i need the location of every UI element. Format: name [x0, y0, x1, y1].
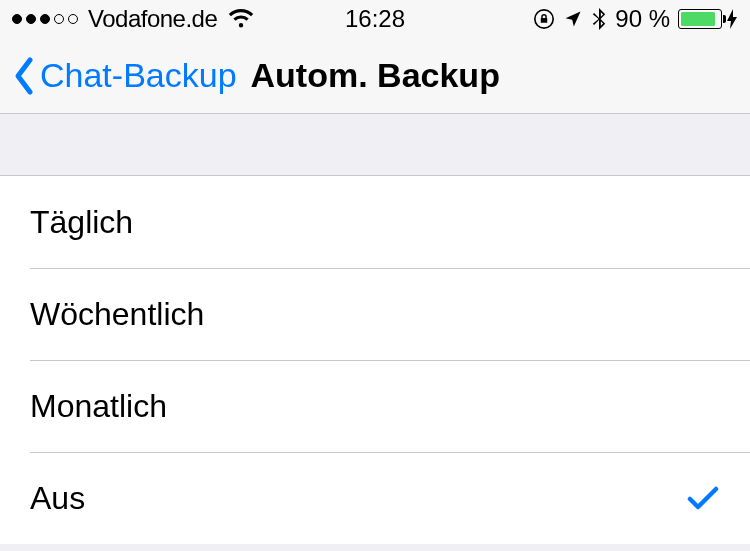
option-label: Wöchentlich — [30, 296, 204, 333]
checkmark-icon — [686, 483, 720, 513]
battery-percent: 90 % — [615, 5, 670, 33]
orientation-lock-icon — [533, 8, 555, 30]
clock: 16:28 — [345, 5, 405, 33]
location-icon — [563, 9, 583, 29]
page-title: Autom. Backup — [251, 56, 500, 95]
option-label: Aus — [30, 480, 85, 517]
option-off[interactable]: Aus — [0, 452, 750, 544]
battery-fill — [681, 12, 715, 26]
battery-icon — [678, 8, 738, 30]
nav-bar: Chat-Backup Autom. Backup — [0, 38, 750, 114]
back-button[interactable]: Chat-Backup — [12, 56, 237, 96]
option-monthly[interactable]: Monatlich — [0, 360, 750, 452]
status-left: Vodafone.de — [12, 5, 255, 33]
wifi-icon — [227, 8, 255, 30]
back-label: Chat-Backup — [40, 56, 237, 95]
charging-icon — [726, 8, 738, 30]
option-label: Monatlich — [30, 388, 167, 425]
status-right: 90 % — [533, 5, 738, 33]
options-list: Täglich Wöchentlich Monatlich Aus — [0, 176, 750, 544]
carrier-label: Vodafone.de — [88, 5, 217, 33]
option-weekly[interactable]: Wöchentlich — [0, 268, 750, 360]
signal-strength-icon — [12, 14, 78, 24]
chevron-left-icon — [12, 56, 36, 96]
option-daily[interactable]: Täglich — [0, 176, 750, 268]
option-label: Täglich — [30, 204, 133, 241]
status-bar: Vodafone.de 16:28 90 % — [0, 0, 750, 38]
bluetooth-icon — [591, 7, 607, 31]
section-spacer — [0, 114, 750, 176]
